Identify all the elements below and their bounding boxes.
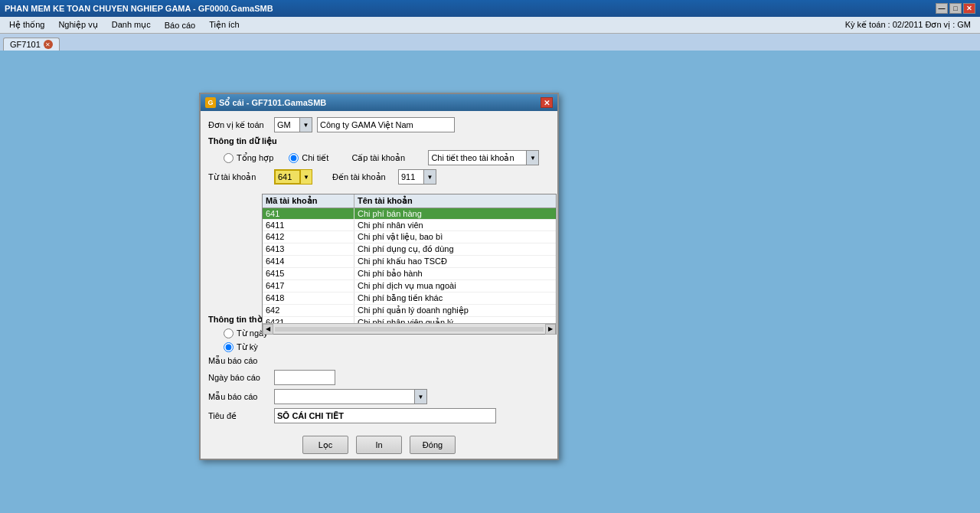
tu-ngay-radio[interactable] [224,328,234,338]
mau-bao-cao-label: Mẫu báo cáo [208,356,270,366]
tu-tk-wrapper: ▼ [274,169,312,185]
den-tai-khoan-label: Đến tài khoản [332,172,394,182]
main-area: G Sổ cái - GF7101.GamaSMB ✕ Đơn vị kế to… [0,51,980,513]
loc-button[interactable]: Lọc [302,436,348,454]
cap-tk-select[interactable]: Chi tiết theo tài khoản [428,150,539,165]
dropdown-ten-cell: Chi phí dịch vụ mua ngoài [354,280,556,292]
den-tk-wrapper: ▼ [398,169,436,185]
dropdown-header: Mã tài khoản Tên tài khoản [263,194,556,208]
hscroll-track[interactable] [275,327,544,332]
dropdown-ten-cell: Chi phí khấu hao TSCĐ [354,256,556,267]
dropdown-ma-cell: 6415 [263,268,354,279]
mau-bao-cao-select-wrapper: ▼ [274,389,427,404]
minimize-button[interactable]: — [936,3,948,14]
tab-label: GF7101 [10,40,41,49]
dropdown-row[interactable]: 6415Chi phí bảo hành [263,268,556,280]
tu-tai-khoan-label: Từ tài khoản [208,172,270,182]
tong-hop-label: Tổng hợp [237,153,273,163]
dropdown-list: 641Chi phí bán hàng6411Chi phí nhân viên… [263,208,556,323]
tu-tai-khoan-input[interactable] [274,169,312,185]
tieu-de-label: Tiêu đề [208,411,270,421]
dropdown-ma-cell: 6414 [263,256,354,267]
tab-bar: GF7101 ✕ [0,34,980,51]
dropdown-ma-cell: 642 [263,305,354,316]
tu-ky-label: Từ kỳ [237,342,258,352]
tu-ky-radio-group: Từ kỳ [224,342,258,352]
menu-bar: Hệ thống Nghiệp vụ Danh mục Báo cáo Tiện… [0,17,980,34]
menu-tien-ich[interactable]: Tiện ích [203,18,246,31]
dropdown-ten-cell: Chi phí dụng cụ, đồ dùng [354,243,556,255]
chi-tiet-radio-group: Chi tiết [289,153,328,163]
col-ma-header: Mã tài khoản [263,194,354,207]
don-vi-ten-input[interactable] [317,117,455,132]
thong-tin-du-lieu-label: Thông tin dữ liệu [208,136,277,146]
in-button[interactable]: In [356,436,402,454]
dropdown-ma-cell: 641 [263,208,354,219]
don-vi-row: Đơn vị kế toán ▼ [208,117,550,132]
dropdown-row[interactable]: 6413Chi phí dụng cụ, đồ dùng [263,243,556,256]
dropdown-row[interactable]: 6412Chi phí vật liệu, bao bì [263,231,556,243]
tab-gf7101[interactable]: GF7101 ✕ [3,38,60,51]
dropdown-row[interactable]: 6417Chi phí dịch vụ mua ngoài [263,280,556,292]
hscroll-left-btn[interactable]: ◀ [263,324,273,335]
tu-ky-radio-row: Từ kỳ [208,342,550,352]
dropdown-ten-cell: Chi phí vật liệu, bao bì [354,231,556,243]
don-vi-select-wrapper: ▼ [274,117,312,132]
ngay-bao-cao-row: Ngày báo cáo [208,370,550,385]
button-row: Lọc In Đóng [201,430,557,459]
dialog-icon: G [205,97,216,108]
chi-tiet-label: Chi tiết [302,153,328,163]
don-vi-label: Đơn vị kế toán [208,120,270,130]
maximize-button[interactable]: □ [949,3,962,14]
chi-tiet-radio[interactable] [289,153,299,163]
dropdown-ten-cell: Chi phí quản lý doanh nghiệp [354,305,556,316]
period-info: Kỳ kế toán : 02/2011 Đơn vị : GM [845,20,971,30]
menu-danh-muc[interactable]: Danh mục [106,18,157,31]
so-cai-dialog: G Sổ cái - GF7101.GamaSMB ✕ Đơn vị kế to… [199,93,559,460]
dropdown-row[interactable]: 641Chi phí bán hàng [263,208,556,220]
app-title: PHAN MEM KE TOAN CHUYEN NGHIEP GAMA - GF… [5,4,936,13]
ngay-bao-cao-input[interactable] [274,370,335,385]
radio-row: Tổng hợp Chi tiết Cấp tài khoản Chi tiết… [208,150,550,165]
dropdown-row[interactable]: 6421Chi phí nhân viên quản lý [263,317,556,323]
dropdown-row[interactable]: 6418Chi phí bằng tiền khác [263,292,556,305]
cap-tai-khoan-label: Cấp tài khoản [351,153,413,163]
from-to-row: Từ tài khoản ▼ Đến tài khoản ▼ [208,169,550,185]
menu-nghiep-vu[interactable]: Nghiệp vụ [52,18,103,31]
tu-ky-radio[interactable] [224,342,234,352]
mau-bao-cao2-row: Mẫu báo cáo ▼ [208,389,550,404]
dropdown-ten-cell: Chi phí nhân viên [354,220,556,230]
tieu-de-row: Tiêu đề [208,408,550,423]
menu-bao-cao[interactable]: Báo cáo [158,19,201,31]
mau-bao-cao-select[interactable] [274,389,427,404]
close-button[interactable]: ✕ [963,3,975,14]
horizontal-scrollbar: ◀ ▶ [263,323,556,334]
dropdown-ten-cell: Chi phí bảo hành [354,268,556,279]
dropdown-ten-cell: Chi phí bán hàng [354,208,556,219]
dropdown-row[interactable]: 6411Chi phí nhân viên [263,220,556,231]
tai-khoan-dropdown: Mã tài khoản Tên tài khoản 641Chi phí bá… [262,194,557,335]
dropdown-row[interactable]: 642Chi phí quản lý doanh nghiệp [263,305,556,317]
window-controls: — □ ✕ [936,3,975,14]
don-vi-input[interactable] [274,117,312,132]
dropdown-ma-cell: 6413 [263,243,354,255]
hscroll-right-btn[interactable]: ▶ [545,324,556,335]
dialog-title: Sổ cái - GF7101.GamaSMB [219,98,326,108]
dong-button[interactable]: Đóng [410,436,456,454]
menu-he-thong[interactable]: Hệ thống [3,18,51,31]
den-tai-khoan-input[interactable] [398,169,436,185]
tieu-de-input[interactable] [274,408,496,423]
mau-bao-cao2-label: Mẫu báo cáo [208,392,270,402]
dropdown-ten-cell: Chi phí nhân viên quản lý [354,317,556,323]
dialog-body: Đơn vị kế toán ▼ Thông tin dữ liệu Tổng … [201,111,557,430]
dropdown-row[interactable]: 6414Chi phí khấu hao TSCĐ [263,256,556,268]
dropdown-ma-cell: 6412 [263,231,354,243]
tong-hop-radio-group: Tổng hợp [224,153,273,163]
tong-hop-radio[interactable] [224,153,234,163]
dialog-title-bar: G Sổ cái - GF7101.GamaSMB ✕ [201,94,557,111]
tab-close-button[interactable]: ✕ [44,40,53,49]
dropdown-ma-cell: 6417 [263,280,354,292]
dialog-close-button[interactable]: ✕ [541,97,553,108]
col-ten-header: Tên tài khoản [354,194,556,207]
title-bar: PHAN MEM KE TOAN CHUYEN NGHIEP GAMA - GF… [0,0,980,17]
